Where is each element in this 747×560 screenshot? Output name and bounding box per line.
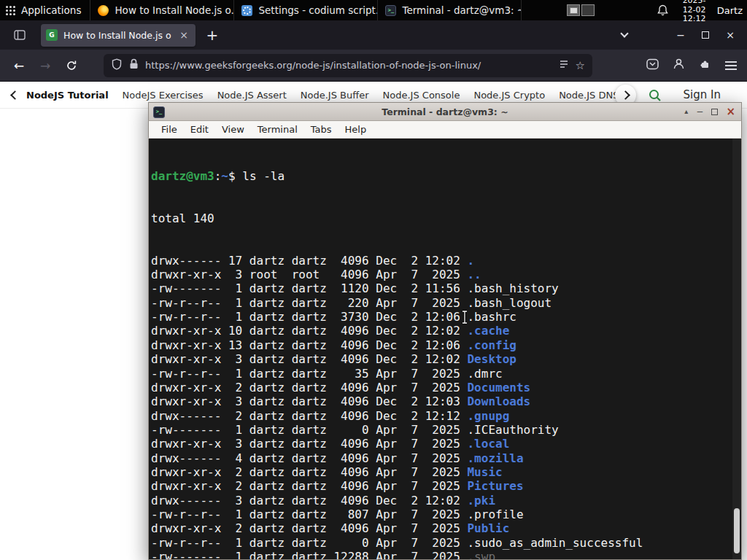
- nav-link[interactable]: NodeJS Tutorial: [26, 90, 109, 101]
- file-meta: drwxr-xr-x 3 dartz dartz 4096 Dec 2 12:0…: [151, 352, 467, 366]
- panel-user-label[interactable]: Dartz: [717, 5, 743, 16]
- tab-close-icon[interactable]: ×: [177, 29, 190, 41]
- terminal-menu-view[interactable]: View: [215, 122, 251, 136]
- terminal-menu-edit[interactable]: Edit: [184, 122, 215, 136]
- taskbar-button-label: Settings - codium script...: [258, 4, 378, 16]
- file-name: .profile: [467, 508, 523, 521]
- workspace-1[interactable]: [567, 4, 580, 16]
- sign-in-button[interactable]: Sign In: [684, 88, 721, 101]
- pocket-icon[interactable]: [646, 58, 659, 73]
- prompt-user-host: dartz@vm3: [151, 169, 214, 183]
- file-meta: -rw-r--r-- 1 dartz dartz 0 Apr 7 2025: [151, 536, 467, 550]
- new-tab-button[interactable]: +: [203, 26, 222, 44]
- terminal-listing: drwx------ 17 dartz dartz 4096 Dec 2 12:…: [151, 254, 741, 560]
- workspace-pager[interactable]: [567, 4, 595, 16]
- file-name: .pki: [467, 494, 495, 508]
- window-close-button[interactable]: ×: [718, 25, 743, 45]
- terminal-output-line: drwxr-xr-x 3 dartz dartz 4096 Apr 7 2025…: [151, 437, 741, 451]
- file-name: Pictures: [467, 479, 523, 493]
- panel-clock[interactable]: 2025-12-02 12:12: [680, 0, 708, 24]
- file-meta: -rw------- 1 dartz dartz 1120 Dec 2 11:5…: [151, 281, 467, 295]
- terminal-screen[interactable]: dartz@vm3:~$ ls -la total 140 drwx------…: [148, 139, 742, 560]
- file-meta: -rw------- 1 dartz dartz 12288 Apr 7 202…: [151, 550, 467, 560]
- terminal-output-line: drwxr-xr-x 2 dartz dartz 4096 Apr 7 2025…: [151, 521, 741, 535]
- file-meta: drwx------ 4 dartz dartz 4096 Apr 7 2025: [151, 451, 467, 465]
- terminal-output-line: drwx------ 2 dartz dartz 4096 Dec 2 12:1…: [151, 409, 741, 423]
- clock-time: 12:12: [680, 15, 708, 24]
- file-name: .mozilla: [467, 451, 523, 465]
- taskbar-button-label: Terminal - dartz@vm3: ~: [402, 4, 522, 16]
- nav-link[interactable]: NodeJS Exercises: [123, 90, 204, 101]
- window-minimize-button[interactable]: −: [668, 25, 693, 45]
- address-bar[interactable]: https://www.geeksforgeeks.org/node-js/in…: [104, 54, 592, 77]
- nav-scroll-left-icon[interactable]: [10, 90, 20, 100]
- terminal-menu-file[interactable]: File: [155, 122, 184, 136]
- nav-link[interactable]: Node.JS Crypto: [473, 90, 545, 101]
- terminal-app-icon: >_: [153, 106, 165, 118]
- terminal-output-line: drwxr-xr-x 2 dartz dartz 4096 Apr 7 2025…: [151, 381, 741, 394]
- typed-command: ls -la: [242, 169, 285, 183]
- browser-window-controls: − ×: [668, 25, 743, 45]
- terminal-menu-tabs[interactable]: Tabs: [304, 122, 338, 136]
- file-meta: drwx------ 2 dartz dartz 4096 Dec 2 12:1…: [151, 409, 467, 423]
- terminal-output-line: drwxr-xr-x 3 root root 4096 Apr 7 2025 .…: [151, 268, 741, 281]
- terminal-window: >_ Terminal - dartz@vm3: ~ ▴ − × FileEdi…: [148, 102, 742, 560]
- notification-bell-icon[interactable]: [657, 4, 668, 16]
- browser-toolbar: ← → https://www.geeksforgeeks.org/node-j…: [0, 50, 747, 82]
- applications-label: Applications: [21, 4, 81, 16]
- tracking-protection-shield-icon[interactable]: [111, 58, 123, 73]
- file-meta: drwxr-xr-x 3 dartz dartz 4096 Apr 7 2025: [151, 437, 467, 451]
- terminal-titlebar[interactable]: >_ Terminal - dartz@vm3: ~ ▴ − ×: [148, 102, 742, 121]
- terminal-output-line: -rw-r--r-- 1 dartz dartz 220 Apr 7 2025 …: [151, 296, 741, 310]
- firefox-icon: [98, 5, 109, 16]
- file-name: .: [467, 254, 474, 268]
- file-name: .cache: [467, 324, 509, 338]
- nav-link[interactable]: Node.JS Buffer: [301, 90, 369, 101]
- nav-link[interactable]: Node.JS DNS: [559, 90, 619, 101]
- reload-button[interactable]: [58, 54, 85, 77]
- firefox-view-icon[interactable]: [10, 26, 29, 44]
- terminal-menu-terminal[interactable]: Terminal: [251, 122, 304, 136]
- file-name: .gnupg: [467, 409, 509, 423]
- menu-hamburger-icon[interactable]: [725, 65, 737, 66]
- nav-link[interactable]: Node.JS Console: [383, 90, 460, 101]
- terminal-scrollbar[interactable]: [732, 139, 741, 559]
- terminal-minimize-button[interactable]: −: [696, 107, 703, 116]
- window-maximize-button[interactable]: [693, 25, 718, 45]
- terminal-menu-help[interactable]: Help: [338, 122, 374, 136]
- taskbar-button-firefox[interactable]: How to Install Node.js o...: [90, 0, 234, 20]
- terminal-shade-button[interactable]: ▴: [684, 108, 688, 115]
- terminal-output-line: -rw------- 1 dartz dartz 1120 Dec 2 11:5…: [151, 281, 741, 295]
- applications-grid-icon: [6, 6, 15, 15]
- terminal-output-line: -rw-r--r-- 1 dartz dartz 807 Apr 7 2025 …: [151, 508, 741, 521]
- account-icon[interactable]: [673, 58, 685, 73]
- list-all-tabs-button[interactable]: [616, 26, 633, 44]
- file-name: ..: [467, 268, 481, 281]
- nav-link[interactable]: Node.JS Assert: [217, 90, 287, 101]
- taskbar-button-terminal[interactable]: >_Terminal - dartz@vm3: ~: [378, 0, 522, 20]
- browser-tab[interactable]: G How to Install Node.js on ×: [41, 24, 196, 47]
- terminal-close-button[interactable]: ×: [726, 106, 735, 117]
- terminal-output-line: drwxr-xr-x 2 dartz dartz 4096 Apr 7 2025…: [151, 479, 741, 493]
- file-name: Documents: [467, 381, 530, 394]
- terminal-prompt-line: dartz@vm3:~$ ls -la: [151, 169, 741, 183]
- url-text[interactable]: https://www.geeksforgeeks.org/node-js/in…: [145, 60, 552, 71]
- lock-icon[interactable]: [129, 58, 139, 72]
- file-meta: drwxr-xr-x 2 dartz dartz 4096 Apr 7 2025: [151, 521, 467, 535]
- terminal-output-line: -rw-r--r-- 1 dartz dartz 3730 Dec 2 12:0…: [151, 310, 741, 324]
- file-meta: drwxr-xr-x 2 dartz dartz 4096 Apr 7 2025: [151, 465, 467, 479]
- taskbar-button-settings[interactable]: Settings - codium script...: [234, 0, 378, 20]
- workspace-2[interactable]: [581, 4, 595, 16]
- forward-button[interactable]: →: [32, 54, 58, 77]
- file-meta: drwxr-xr-x 13 dartz dartz 4096 Dec 2 12:…: [151, 338, 467, 352]
- bookmark-star-icon[interactable]: ☆: [576, 59, 585, 72]
- chevron-down-icon: [620, 29, 628, 37]
- back-button[interactable]: ←: [6, 54, 32, 77]
- applications-menu-button[interactable]: Applications: [0, 0, 90, 20]
- reader-mode-icon[interactable]: [559, 58, 569, 72]
- terminal-maximize-button[interactable]: [711, 109, 718, 115]
- terminal-scrollbar-thumb[interactable]: [734, 508, 740, 553]
- file-meta: drwx------ 3 dartz dartz 4096 Dec 2 12:0…: [151, 494, 467, 508]
- extensions-puzzle-icon[interactable]: [699, 58, 711, 73]
- terminal-output-line: -rw------- 1 dartz dartz 12288 Apr 7 202…: [151, 550, 741, 560]
